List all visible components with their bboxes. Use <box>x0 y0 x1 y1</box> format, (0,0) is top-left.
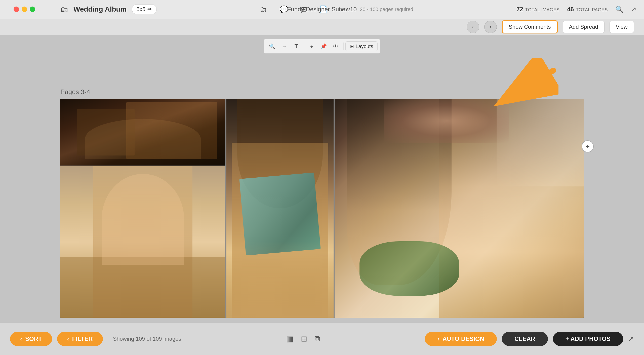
text-tool-button[interactable]: T <box>291 41 302 52</box>
chevron-left-sort-icon: ‹ <box>20 335 22 342</box>
add-spread-plus-button[interactable]: + <box>582 140 594 152</box>
maximize-button[interactable] <box>30 7 35 12</box>
layouts-button[interactable]: ⊞ Layouts <box>345 42 377 51</box>
pages-label: Pages 3-4 <box>60 88 584 96</box>
traffic-lights <box>8 7 35 12</box>
share-icon[interactable]: ↗ <box>628 335 634 343</box>
size-label: 5x5 <box>137 6 145 13</box>
showing-text: Showing 109 of 109 images <box>113 336 181 342</box>
tool-separator <box>304 43 304 50</box>
window-title: Fundy Designer Suite v10 <box>287 6 357 13</box>
grid-view-icon[interactable]: ⊞ <box>301 334 307 343</box>
total-pages-label: TOTAL PAGES <box>576 7 608 13</box>
sort-button[interactable]: ‹ SORT <box>10 332 52 346</box>
show-comments-button[interactable]: Show Comments <box>502 20 558 33</box>
right-photo[interactable] <box>335 99 584 318</box>
album-icon: 🗂 <box>60 5 68 14</box>
total-images-label: TOTAL IMAGES <box>525 7 560 13</box>
layouts-grid-icon: ⊞ <box>350 43 354 49</box>
pin-tool-button[interactable]: 📌 <box>318 41 329 52</box>
add-photos-button[interactable]: + ADD PHOTOS <box>553 332 623 346</box>
sort-label: SORT <box>25 335 42 342</box>
album-title: Wedding Album <box>73 5 127 13</box>
canvas-area: 🔍 ↔ T ● 📌 👁 ⊞ Layouts Pages 3-4 <box>0 35 644 322</box>
image-toolbar: 🔍 ↔ T ● 📌 👁 ⊞ Layouts <box>264 39 380 54</box>
album-nav-icon[interactable]: 🗂 <box>260 5 267 14</box>
close-button[interactable] <box>14 7 19 12</box>
sub-toolbar: ‹ › Show Comments Add Spread View <box>0 19 644 35</box>
toolbar-right: 72 TOTAL IMAGES 46 TOTAL PAGES 🔍 ↗ <box>516 6 636 13</box>
photo-bottom-left[interactable] <box>60 166 225 318</box>
toolbar-left: 🗂 Wedding Album 5x5 ✏ <box>60 4 157 14</box>
center-photo[interactable] <box>226 99 335 318</box>
next-spread-button[interactable]: › <box>484 21 497 33</box>
filter-button[interactable]: ‹ FILTER <box>57 332 103 346</box>
bottom-right: ‹ AUTO DESIGN CLEAR + ADD PHOTOS ↗ <box>425 332 634 346</box>
total-images-group: 72 TOTAL IMAGES <box>516 6 559 13</box>
main-toolbar: 🗂 Wedding Album 5x5 ✏ Fundy Designer Sui… <box>0 0 644 19</box>
chevron-right-icon: › <box>490 24 491 30</box>
chevron-left-filter-icon: ‹ <box>67 335 69 342</box>
bottom-panel: ‹ SORT ‹ FILTER Showing 109 of 109 image… <box>0 322 644 355</box>
photo-top-left[interactable] <box>60 99 225 166</box>
pages-required: 20 - 100 pages required <box>360 7 413 12</box>
edit-icon: ✏ <box>147 6 152 13</box>
chevron-left-icon: ‹ <box>472 24 474 30</box>
auto-design-label: AUTO DESIGN <box>442 335 484 342</box>
fit-tool-button[interactable]: ↔ <box>278 41 290 52</box>
album-spread <box>60 99 584 318</box>
search-icon[interactable]: 🔍 <box>615 6 623 13</box>
total-images-num: 72 <box>516 6 523 13</box>
filter-label: FILTER <box>72 335 93 342</box>
eye-tool-button[interactable]: 👁 <box>330 41 341 52</box>
bottom-center: ▦ ⊞ ⧉ <box>181 334 425 343</box>
chevron-left-auto-icon: ‹ <box>437 335 439 342</box>
fill-tool-button[interactable]: ● <box>306 41 317 52</box>
stack-icon[interactable]: ⧉ <box>315 334 320 343</box>
filmstrip-icon[interactable]: ▦ <box>286 334 293 343</box>
size-badge[interactable]: 5x5 ✏ <box>132 4 157 14</box>
view-button[interactable]: View <box>610 21 634 33</box>
total-pages-group: 46 TOTAL PAGES <box>567 6 608 13</box>
auto-design-button[interactable]: ‹ AUTO DESIGN <box>425 332 497 346</box>
clear-button[interactable]: CLEAR <box>502 332 548 346</box>
layouts-label: Layouts <box>355 44 373 49</box>
left-page <box>60 99 226 318</box>
spread-container: Pages 3-4 <box>60 88 584 318</box>
zoom-tool-button[interactable]: 🔍 <box>266 41 277 52</box>
tool-separator-2 <box>343 43 343 50</box>
total-pages-num: 46 <box>567 6 574 13</box>
bottom-left: ‹ SORT ‹ FILTER Showing 109 of 109 image… <box>10 332 181 346</box>
export-icon[interactable]: ↗ <box>631 6 636 13</box>
minimize-button[interactable] <box>22 7 27 12</box>
add-spread-button[interactable]: Add Spread <box>563 21 605 33</box>
prev-spread-button[interactable]: ‹ <box>467 21 479 33</box>
